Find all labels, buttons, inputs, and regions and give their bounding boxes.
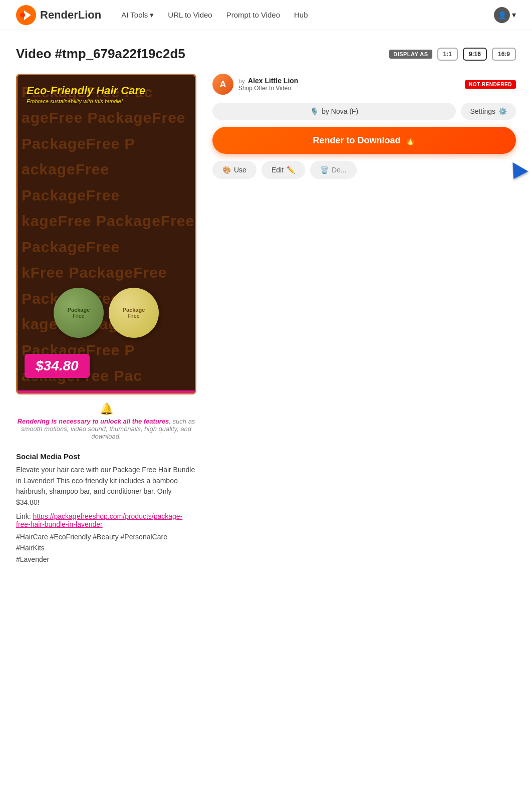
page-title-row: Video #tmp_679a22f19c2d5 DISPLAY AS 1:1 … (16, 46, 516, 62)
main-container: Video #tmp_679a22f19c2d5 DISPLAY AS 1:1 … (0, 30, 532, 595)
use-label: Use (234, 166, 246, 174)
render-label: Render to Download (313, 135, 401, 146)
trash-icon: 🗑️ (320, 166, 329, 174)
user-dropdown-icon: ▾ (512, 10, 516, 20)
social-post-link: Link: https://packagefreeshop.com/produc… (16, 512, 196, 528)
product-1-label: PackageFree (68, 307, 90, 319)
notification-text: Rendering is necessary to unlock all the… (16, 418, 196, 440)
palette-icon: 🎨 (222, 166, 231, 174)
video-products: PackageFree PackageFree (18, 288, 195, 338)
voice-label: by Nova (F) (322, 107, 358, 115)
ratio-9-16-button[interactable]: 9:16 (463, 48, 487, 61)
video-preview-wrap: PackageFree Pac ageFree PackageFree Pack… (16, 74, 196, 565)
edit-button[interactable]: Edit ✏️ (261, 161, 305, 179)
right-panel: A by Alex Little Lion Shop Offer to Vide… (212, 74, 516, 179)
voice-row: 🎙️ by Nova (F) Settings ⚙️ (212, 103, 516, 120)
nav-url-to-video[interactable]: URL to Video (168, 11, 212, 19)
settings-button[interactable]: Settings ⚙️ (461, 103, 516, 120)
nav-links: AI Tools ▾ URL to Video Prompt to Video … (121, 11, 494, 20)
logo-text: RenderLion (40, 9, 101, 22)
voice-button[interactable]: 🎙️ by Nova (F) (212, 103, 456, 120)
edit-icon: ✏️ (287, 166, 295, 174)
social-post-title: Social Media Post (16, 452, 196, 461)
nav-prompt-to-video[interactable]: Prompt to Video (226, 11, 280, 19)
not-rendered-badge: NOT-RENDERED (465, 80, 516, 89)
product-circle-green: PackageFree (54, 288, 104, 338)
notification-banner: 🔔 Rendering is necessary to unlock all t… (16, 402, 196, 440)
ratio-1-1-button[interactable]: 1:1 (437, 48, 458, 61)
ratio-16-9-button[interactable]: 16:9 (492, 48, 516, 61)
use-button[interactable]: 🎨 Use (212, 161, 256, 179)
bell-icon: 🔔 (16, 402, 196, 416)
video-progress-bar (18, 390, 195, 393)
link-label: Link: (16, 512, 31, 520)
fire-icon: 🔥 (405, 135, 416, 146)
avatar: 👤 (494, 7, 510, 23)
social-post: Social Media Post Elevate your hair care… (16, 452, 196, 565)
author-type: Shop Offer to Video (238, 85, 298, 92)
delete-label: De... (332, 166, 347, 174)
video-subtitle: Embrace sustainability with this bundle! (27, 98, 186, 104)
logo[interactable]: RenderLion (16, 5, 101, 25)
gear-icon: ⚙️ (498, 107, 507, 115)
delete-button[interactable]: 🗑️ De... (310, 161, 357, 179)
video-preview: PackageFree Pac ageFree PackageFree Pack… (16, 74, 196, 394)
avatar: A (212, 74, 233, 95)
author-name: Alex Little Lion (248, 77, 298, 85)
author-by: by Alex Little Lion (238, 77, 298, 85)
notif-bold-text: Rendering is necessary to unlock all the… (18, 418, 169, 425)
nav-hub[interactable]: Hub (294, 11, 308, 19)
product-2-label: PackageFree (123, 307, 145, 319)
microphone-icon: 🎙️ (310, 107, 319, 115)
author-meta: by Alex Little Lion Shop Offer to Video (238, 77, 298, 92)
video-header: Eco-Friendly Hair Care Embrace sustainab… (18, 75, 195, 108)
author-info: A by Alex Little Lion Shop Offer to Vide… (212, 74, 298, 95)
chevron-down-icon: ▾ (150, 11, 154, 20)
logo-icon (16, 5, 36, 25)
video-product-title: Eco-Friendly Hair Care (27, 84, 186, 97)
action-row: 🎨 Use Edit ✏️ 🗑️ De... (212, 161, 516, 179)
display-as-label: DISPLAY AS (389, 50, 432, 59)
social-post-tags: #HairCare #EcoFriendly #Beauty #Personal… (16, 531, 196, 565)
navbar: RenderLion AI Tools ▾ URL to Video Promp… (0, 0, 532, 30)
cursor-arrow (505, 162, 528, 183)
product-circle-yellow: PackageFree (109, 288, 159, 338)
social-post-url[interactable]: https://packagefreeshop.com/products/pac… (16, 512, 182, 528)
display-as-row: DISPLAY AS 1:1 9:16 16:9 (389, 48, 516, 61)
nav-ai-tools[interactable]: AI Tools ▾ (121, 11, 154, 20)
author-row: A by Alex Little Lion Shop Offer to Vide… (212, 74, 516, 95)
edit-label: Edit (272, 166, 284, 174)
user-menu[interactable]: 👤 ▾ (494, 7, 516, 23)
settings-label: Settings (470, 107, 495, 115)
content-row: PackageFree Pac ageFree PackageFree Pack… (16, 74, 516, 565)
social-post-body: Elevate your hair care with our Package … (16, 465, 196, 508)
svg-point-2 (20, 13, 25, 18)
render-button[interactable]: Render to Download 🔥 (212, 127, 516, 154)
page-title: Video #tmp_679a22f19c2d5 (16, 46, 185, 62)
video-content: Eco-Friendly Hair Care Embrace sustainab… (18, 75, 195, 393)
video-price: $34.80 (25, 354, 90, 378)
